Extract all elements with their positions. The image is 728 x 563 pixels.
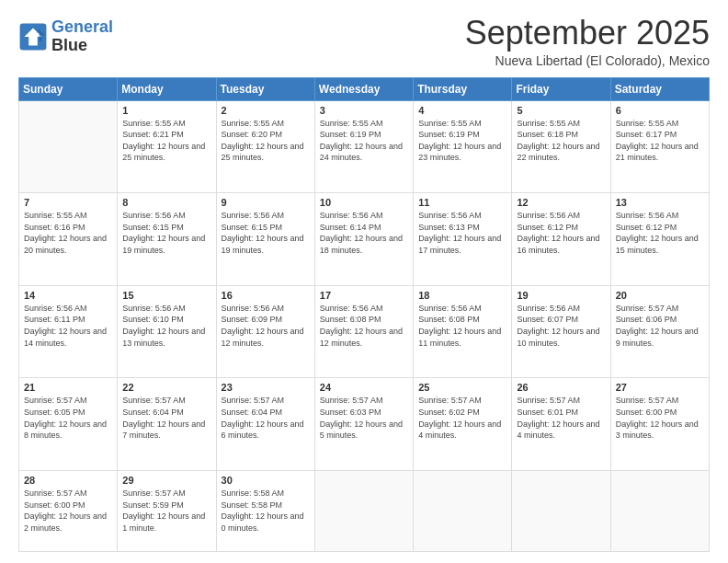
day-number: 10 — [320, 197, 408, 208]
calendar-row: 21 Sunrise: 5:57 AMSunset: 6:05 PMDaylig… — [19, 378, 710, 471]
day-number: 5 — [517, 105, 605, 116]
logo: General Blue — [18, 18, 113, 55]
table-row: 30 Sunrise: 5:58 AMSunset: 5:58 PMDaylig… — [216, 471, 314, 552]
table-row: 22 Sunrise: 5:57 AMSunset: 6:04 PMDaylig… — [118, 378, 216, 471]
day-number: 22 — [122, 382, 210, 393]
col-tuesday: Tuesday — [216, 77, 314, 100]
table-row: 3 Sunrise: 5:55 AMSunset: 6:19 PMDayligh… — [314, 100, 413, 193]
day-number: 28 — [24, 475, 112, 486]
day-number: 7 — [24, 197, 112, 208]
table-row: 20 Sunrise: 5:57 AMSunset: 6:06 PMDaylig… — [610, 285, 709, 378]
day-number: 4 — [418, 105, 506, 116]
day-info: Sunrise: 5:57 AMSunset: 6:01 PMDaylight:… — [517, 396, 599, 440]
day-number: 23 — [222, 382, 310, 393]
header: General Blue September 2025 Nueva Libert… — [18, 15, 710, 68]
location-subtitle: Nueva Libertad (El Colorado), Mexico — [465, 53, 710, 68]
table-row: 12 Sunrise: 5:56 AMSunset: 6:12 PMDaylig… — [512, 193, 610, 286]
table-row: 7 Sunrise: 5:55 AMSunset: 6:16 PMDayligh… — [19, 193, 118, 286]
day-info: Sunrise: 5:56 AMSunset: 6:15 PMDaylight:… — [222, 211, 304, 255]
day-info: Sunrise: 5:56 AMSunset: 6:08 PMDaylight:… — [320, 304, 403, 348]
day-number: 6 — [616, 105, 704, 116]
day-info: Sunrise: 5:56 AMSunset: 6:15 PMDaylight:… — [122, 211, 205, 255]
calendar-row: 7 Sunrise: 5:55 AMSunset: 6:16 PMDayligh… — [19, 193, 710, 286]
calendar-header-row: Sunday Monday Tuesday Wednesday Thursday… — [19, 77, 710, 100]
day-info: Sunrise: 5:57 AMSunset: 6:00 PMDaylight:… — [24, 488, 107, 533]
day-number: 20 — [616, 290, 704, 301]
logo-icon — [18, 22, 48, 52]
calendar-row: 14 Sunrise: 5:56 AMSunset: 6:11 PMDaylig… — [19, 285, 710, 378]
day-number: 3 — [320, 105, 408, 116]
table-row: 4 Sunrise: 5:55 AMSunset: 6:19 PMDayligh… — [414, 100, 512, 193]
day-number: 13 — [616, 197, 704, 208]
day-info: Sunrise: 5:55 AMSunset: 6:19 PMDaylight:… — [418, 119, 501, 163]
day-number: 9 — [222, 197, 310, 208]
table-row: 19 Sunrise: 5:56 AMSunset: 6:07 PMDaylig… — [512, 285, 610, 378]
table-row: 2 Sunrise: 5:55 AMSunset: 6:20 PMDayligh… — [216, 100, 314, 193]
table-row: 29 Sunrise: 5:57 AMSunset: 5:59 PMDaylig… — [118, 471, 216, 552]
calendar-row: 28 Sunrise: 5:57 AMSunset: 6:00 PMDaylig… — [19, 471, 710, 552]
day-number: 21 — [24, 382, 112, 393]
day-info: Sunrise: 5:55 AMSunset: 6:20 PMDaylight:… — [222, 119, 304, 163]
table-row: 6 Sunrise: 5:55 AMSunset: 6:17 PMDayligh… — [610, 100, 709, 193]
table-row: 11 Sunrise: 5:56 AMSunset: 6:13 PMDaylig… — [414, 193, 512, 286]
day-info: Sunrise: 5:55 AMSunset: 6:18 PMDaylight:… — [517, 119, 599, 163]
col-thursday: Thursday — [414, 77, 512, 100]
day-number: 27 — [616, 382, 704, 393]
day-info: Sunrise: 5:57 AMSunset: 6:05 PMDaylight:… — [24, 396, 107, 440]
day-info: Sunrise: 5:55 AMSunset: 6:21 PMDaylight:… — [122, 119, 205, 163]
calendar-table: Sunday Monday Tuesday Wednesday Thursday… — [18, 77, 710, 552]
table-row — [610, 471, 709, 552]
day-info: Sunrise: 5:55 AMSunset: 6:19 PMDaylight:… — [320, 119, 403, 163]
table-row: 1 Sunrise: 5:55 AMSunset: 6:21 PMDayligh… — [118, 100, 216, 193]
day-number: 14 — [24, 290, 112, 301]
table-row: 15 Sunrise: 5:56 AMSunset: 6:10 PMDaylig… — [118, 285, 216, 378]
table-row: 18 Sunrise: 5:56 AMSunset: 6:08 PMDaylig… — [414, 285, 512, 378]
day-info: Sunrise: 5:57 AMSunset: 6:04 PMDaylight:… — [222, 396, 304, 440]
table-row: 27 Sunrise: 5:57 AMSunset: 6:00 PMDaylig… — [610, 378, 709, 471]
table-row: 5 Sunrise: 5:55 AMSunset: 6:18 PMDayligh… — [512, 100, 610, 193]
day-number: 16 — [222, 290, 310, 301]
table-row: 21 Sunrise: 5:57 AMSunset: 6:05 PMDaylig… — [19, 378, 118, 471]
day-info: Sunrise: 5:57 AMSunset: 6:02 PMDaylight:… — [418, 396, 501, 440]
col-wednesday: Wednesday — [314, 77, 413, 100]
col-friday: Friday — [512, 77, 610, 100]
day-info: Sunrise: 5:57 AMSunset: 6:06 PMDaylight:… — [616, 304, 699, 348]
day-number: 8 — [122, 197, 210, 208]
day-info: Sunrise: 5:57 AMSunset: 6:04 PMDaylight:… — [122, 396, 205, 440]
day-number: 2 — [222, 105, 310, 116]
day-info: Sunrise: 5:56 AMSunset: 6:12 PMDaylight:… — [616, 211, 699, 255]
day-number: 19 — [517, 290, 605, 301]
day-info: Sunrise: 5:57 AMSunset: 6:03 PMDaylight:… — [320, 396, 403, 440]
table-row: 24 Sunrise: 5:57 AMSunset: 6:03 PMDaylig… — [314, 378, 413, 471]
day-number: 24 — [320, 382, 408, 393]
month-title: September 2025 — [465, 15, 710, 52]
table-row: 8 Sunrise: 5:56 AMSunset: 6:15 PMDayligh… — [118, 193, 216, 286]
day-info: Sunrise: 5:56 AMSunset: 6:10 PMDaylight:… — [122, 304, 205, 348]
table-row: 14 Sunrise: 5:56 AMSunset: 6:11 PMDaylig… — [19, 285, 118, 378]
day-number: 11 — [418, 197, 506, 208]
day-number: 29 — [122, 475, 210, 486]
day-number: 30 — [222, 475, 310, 486]
table-row: 28 Sunrise: 5:57 AMSunset: 6:00 PMDaylig… — [19, 471, 118, 552]
day-info: Sunrise: 5:57 AMSunset: 5:59 PMDaylight:… — [122, 488, 205, 533]
day-number: 17 — [320, 290, 408, 301]
day-number: 12 — [517, 197, 605, 208]
table-row: 13 Sunrise: 5:56 AMSunset: 6:12 PMDaylig… — [610, 193, 709, 286]
col-sunday: Sunday — [19, 77, 118, 100]
day-info: Sunrise: 5:57 AMSunset: 6:00 PMDaylight:… — [616, 396, 699, 440]
table-row — [19, 100, 118, 193]
day-info: Sunrise: 5:56 AMSunset: 6:13 PMDaylight:… — [418, 211, 501, 255]
day-number: 1 — [122, 105, 210, 116]
calendar-row: 1 Sunrise: 5:55 AMSunset: 6:21 PMDayligh… — [19, 100, 710, 193]
day-number: 25 — [418, 382, 506, 393]
table-row — [314, 471, 413, 552]
table-row: 25 Sunrise: 5:57 AMSunset: 6:02 PMDaylig… — [414, 378, 512, 471]
table-row: 17 Sunrise: 5:56 AMSunset: 6:08 PMDaylig… — [314, 285, 413, 378]
day-number: 18 — [418, 290, 506, 301]
table-row: 9 Sunrise: 5:56 AMSunset: 6:15 PMDayligh… — [216, 193, 314, 286]
table-row: 16 Sunrise: 5:56 AMSunset: 6:09 PMDaylig… — [216, 285, 314, 378]
day-number: 26 — [517, 382, 605, 393]
day-info: Sunrise: 5:58 AMSunset: 5:58 PMDaylight:… — [222, 488, 304, 533]
day-info: Sunrise: 5:56 AMSunset: 6:14 PMDaylight:… — [320, 211, 403, 255]
table-row: 26 Sunrise: 5:57 AMSunset: 6:01 PMDaylig… — [512, 378, 610, 471]
